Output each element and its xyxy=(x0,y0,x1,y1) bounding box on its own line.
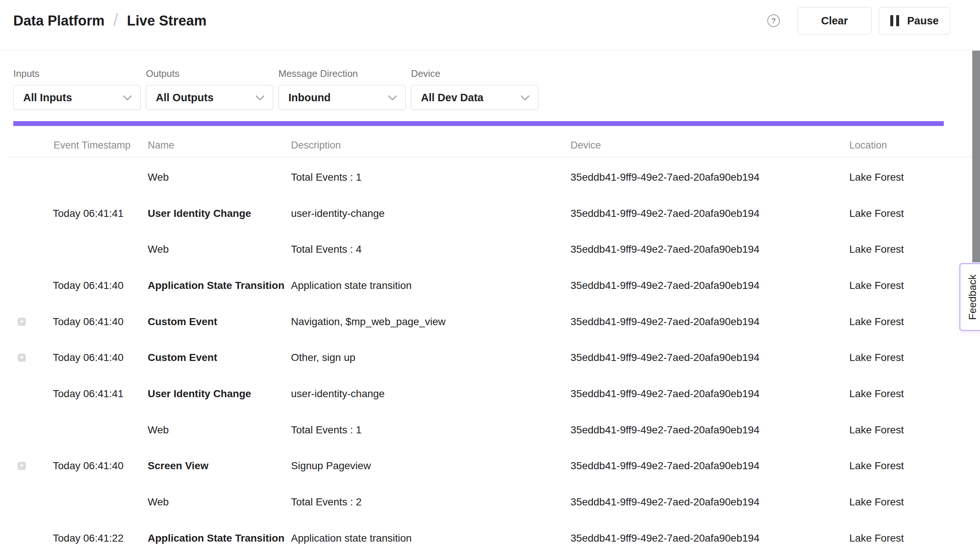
chevron-down-icon xyxy=(388,95,397,101)
column-header-name: Name xyxy=(148,140,174,151)
filters-bar: Inputs All Inputs Outputs All Outputs Me… xyxy=(13,68,544,110)
pause-button[interactable]: Pause xyxy=(879,7,950,34)
event-location-cell: Lake Forest xyxy=(849,340,904,376)
column-header-location: Location xyxy=(849,140,887,151)
event-location-cell: Lake Forest xyxy=(849,412,904,448)
plus-icon[interactable]: + xyxy=(18,462,26,470)
app-header: Data Platform / Live Stream ? Clear Paus… xyxy=(0,0,980,50)
event-description-cell: Total Events : 1 xyxy=(291,412,361,448)
column-header-device: Device xyxy=(571,140,601,151)
event-timestamp-cell: Today 06:41:40 xyxy=(53,304,124,340)
event-name-cell: Web xyxy=(148,484,169,520)
table-row[interactable]: + Today 06:41:40 Screen View Signup Page… xyxy=(0,448,980,484)
event-location-cell: Lake Forest xyxy=(849,159,904,195)
table-row[interactable]: + Today 06:41:40 Application State Trans… xyxy=(0,268,980,304)
table-row[interactable]: + Web Total Events : 1 35eddb41-9ff9-49e… xyxy=(0,159,980,195)
live-stream-progress-bar xyxy=(13,121,944,126)
event-device-cell: 35eddb41-9ff9-49e2-7aed-20afa90eb194 xyxy=(571,340,760,376)
filter-device: Device All Dev Data xyxy=(411,68,538,110)
event-name-cell: Web xyxy=(148,231,169,268)
event-device-cell: 35eddb41-9ff9-49e2-7aed-20afa90eb194 xyxy=(571,268,760,304)
breadcrumb-section[interactable]: Data Platform xyxy=(13,13,105,29)
event-device-cell: 35eddb41-9ff9-49e2-7aed-20afa90eb194 xyxy=(571,412,760,448)
table-row[interactable]: + Today 06:41:40 Custom Event Navigation… xyxy=(0,304,980,340)
event-description-cell: Other, sign up xyxy=(291,340,355,376)
event-timestamp-cell: Today 06:41:40 xyxy=(53,268,124,304)
event-location-cell: Lake Forest xyxy=(849,484,904,520)
event-timestamp-cell: Today 06:41:40 xyxy=(53,340,124,376)
event-name-cell: Web xyxy=(148,412,169,448)
table-row[interactable]: + Today 06:41:22 Application State Trans… xyxy=(0,520,980,549)
plus-icon[interactable]: + xyxy=(18,354,26,362)
feedback-tab-label: Feedback xyxy=(967,274,978,320)
event-timestamp-cell: Today 06:41:40 xyxy=(53,448,124,484)
event-location-cell: Lake Forest xyxy=(849,376,904,412)
outputs-dropdown-value: All Outputs xyxy=(156,92,213,104)
event-description-cell: Total Events : 1 xyxy=(291,159,361,195)
filter-outputs: Outputs All Outputs xyxy=(146,68,273,110)
chevron-down-icon xyxy=(123,95,132,101)
filter-inputs: Inputs All Inputs xyxy=(13,68,141,110)
pause-button-label: Pause xyxy=(907,15,939,27)
plus-icon[interactable]: + xyxy=(18,318,26,326)
filter-message-direction-label: Message Direction xyxy=(278,68,406,80)
message-direction-dropdown[interactable]: Inbound xyxy=(278,85,406,110)
table-row[interactable]: + Today 06:41:41 User Identity Change us… xyxy=(0,376,980,412)
event-timestamp-cell: Today 06:41:41 xyxy=(53,376,124,412)
clear-button[interactable]: Clear xyxy=(798,7,872,34)
event-name-cell: Custom Event xyxy=(148,340,217,376)
event-location-cell: Lake Forest xyxy=(849,304,904,340)
filter-device-label: Device xyxy=(411,68,538,80)
event-device-cell: 35eddb41-9ff9-49e2-7aed-20afa90eb194 xyxy=(571,195,760,231)
event-device-cell: 35eddb41-9ff9-49e2-7aed-20afa90eb194 xyxy=(571,448,760,484)
device-dropdown-value: All Dev Data xyxy=(421,92,484,104)
event-device-cell: 35eddb41-9ff9-49e2-7aed-20afa90eb194 xyxy=(571,484,760,520)
table-row[interactable]: + Web Total Events : 2 35eddb41-9ff9-49e… xyxy=(0,484,980,520)
event-description-cell: Application state transition xyxy=(291,520,412,549)
inputs-dropdown-value: All Inputs xyxy=(23,92,72,104)
event-name-cell: Application State Transition xyxy=(148,520,284,549)
table-body: + Web Total Events : 1 35eddb41-9ff9-49e… xyxy=(0,159,980,549)
event-description-cell: Navigation, $mp_web_page_view xyxy=(291,304,446,340)
event-timestamp-cell: Today 06:41:22 xyxy=(53,520,124,549)
pause-icon xyxy=(890,15,899,26)
event-location-cell: Lake Forest xyxy=(849,195,904,231)
scrollbar-thumb[interactable] xyxy=(972,51,980,262)
filter-outputs-label: Outputs xyxy=(146,68,273,80)
help-icon[interactable]: ? xyxy=(767,14,780,27)
event-device-cell: 35eddb41-9ff9-49e2-7aed-20afa90eb194 xyxy=(571,231,760,268)
event-device-cell: 35eddb41-9ff9-49e2-7aed-20afa90eb194 xyxy=(571,376,760,412)
message-direction-dropdown-value: Inbound xyxy=(288,92,331,104)
event-timestamp-cell: Today 06:41:41 xyxy=(53,195,124,231)
table-row[interactable]: + Today 06:41:40 Custom Event Other, sig… xyxy=(0,340,980,376)
event-description-cell: user-identity-change xyxy=(291,195,385,231)
event-description-cell: Total Events : 2 xyxy=(291,484,361,520)
event-location-cell: Lake Forest xyxy=(849,231,904,268)
chevron-down-icon xyxy=(255,95,265,101)
device-dropdown[interactable]: All Dev Data xyxy=(411,85,538,110)
breadcrumb-page: Live Stream xyxy=(127,13,207,29)
inputs-dropdown[interactable]: All Inputs xyxy=(13,85,141,110)
table-row[interactable]: + Web Total Events : 4 35eddb41-9ff9-49e… xyxy=(0,231,980,268)
column-header-event-timestamp: Event Timestamp xyxy=(54,140,131,151)
feedback-tab[interactable]: Feedback xyxy=(959,263,980,331)
filter-inputs-label: Inputs xyxy=(13,68,141,80)
chevron-down-icon xyxy=(520,95,530,101)
event-description-cell: Signup Pageview xyxy=(291,448,371,484)
event-device-cell: 35eddb41-9ff9-49e2-7aed-20afa90eb194 xyxy=(571,520,760,549)
breadcrumb-separator: / xyxy=(113,10,118,30)
event-description-cell: user-identity-change xyxy=(291,376,385,412)
column-header-description: Description xyxy=(291,140,341,151)
event-location-cell: Lake Forest xyxy=(849,268,904,304)
event-location-cell: Lake Forest xyxy=(849,448,904,484)
event-name-cell: User Identity Change xyxy=(148,195,251,231)
filter-message-direction: Message Direction Inbound xyxy=(278,68,406,110)
event-device-cell: 35eddb41-9ff9-49e2-7aed-20afa90eb194 xyxy=(571,159,760,195)
event-device-cell: 35eddb41-9ff9-49e2-7aed-20afa90eb194 xyxy=(571,304,760,340)
event-name-cell: Application State Transition xyxy=(148,268,284,304)
table-row[interactable]: + Web Total Events : 1 35eddb41-9ff9-49e… xyxy=(0,412,980,448)
event-location-cell: Lake Forest xyxy=(849,520,904,549)
outputs-dropdown[interactable]: All Outputs xyxy=(146,85,273,110)
table-row[interactable]: + Today 06:41:41 User Identity Change us… xyxy=(0,195,980,231)
breadcrumb: Data Platform / Live Stream xyxy=(13,11,207,31)
